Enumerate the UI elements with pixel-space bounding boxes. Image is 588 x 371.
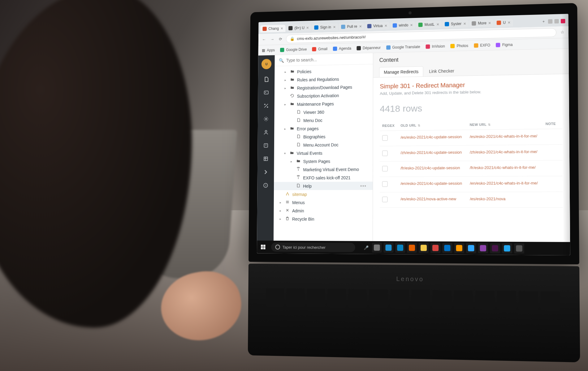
tree-node[interactable]: Menu Doc <box>274 115 373 125</box>
bookmark-item[interactable]: Agenda <box>333 46 351 51</box>
rail-media-icon[interactable] <box>263 89 269 96</box>
rail-expand-icon[interactable] <box>263 169 269 175</box>
taskbar-app-chrome[interactable] <box>419 243 429 253</box>
browser-tab[interactable]: Virtua✕ <box>365 22 390 30</box>
table-row[interactable]: /zh/esko-2021/c4c-update-session/zh/esko… <box>380 144 562 161</box>
caret-icon[interactable]: ▸ <box>284 127 288 130</box>
search-input[interactable] <box>286 56 369 63</box>
mic-icon[interactable]: 🎤 <box>364 245 369 250</box>
col-old-url[interactable]: OLD URL⇅ <box>398 120 467 130</box>
tree-node[interactable]: Viewer 360 <box>274 107 373 117</box>
tree-node[interactable]: ▸System Pages <box>274 157 373 166</box>
taskbar-app-slack[interactable] <box>490 243 500 254</box>
row-checkbox[interactable] <box>382 166 388 172</box>
bookmark-item[interactable]: Photos <box>451 43 469 48</box>
table-row[interactable]: /es/esko-2021/nova-active-new/es/esko-20… <box>380 192 563 207</box>
bookmark-item[interactable]: Google Translate <box>386 45 420 49</box>
taskbar-app-ie[interactable] <box>384 243 394 253</box>
tab-close-icon[interactable]: ✕ <box>488 21 491 25</box>
tab-close-icon[interactable]: ✕ <box>436 22 439 26</box>
table-row[interactable]: /es/esko-2021/c4c-update-session/es/esko… <box>380 129 562 146</box>
new-url-link[interactable]: /en/esko-2021/c4c-whats-in-it-for-me/ <box>470 181 538 186</box>
taskbar-app-firefox[interactable] <box>407 243 417 253</box>
caret-icon[interactable]: ▸ <box>280 209 283 212</box>
caret-icon[interactable]: ▸ <box>280 201 283 204</box>
new-url-link[interactable]: /zh/esko-2021/c4c-whats-in-it-for-me/ <box>470 149 538 155</box>
taskbar-search[interactable]: Taper ici pour rechercher <box>271 242 355 252</box>
row-checkbox[interactable] <box>382 151 388 156</box>
rail-members-icon[interactable] <box>263 143 269 149</box>
table-row[interactable]: /en/esko-2021/c4c-update-session/en/esko… <box>380 176 563 192</box>
rail-help-icon[interactable]: ? <box>263 182 269 189</box>
row-checkbox[interactable] <box>382 135 388 141</box>
bookmark-item[interactable]: Figma <box>496 42 512 47</box>
browser-tab[interactable]: Syster✕ <box>442 20 469 28</box>
new-tab-button[interactable]: + <box>540 19 547 24</box>
browser-tab[interactable]: MustL✕ <box>416 21 442 29</box>
tree-node[interactable]: ▸Admin <box>274 207 373 215</box>
tree-node[interactable]: Help••• <box>274 181 373 190</box>
caret-icon[interactable]: ▸ <box>284 87 288 90</box>
rail-forms-icon[interactable] <box>263 156 269 162</box>
tree-node[interactable]: Marketing Virtual Event Demo <box>274 165 373 174</box>
taskbar-app-mail[interactable] <box>442 243 452 253</box>
nav-reload-icon[interactable]: ⟳ <box>278 37 283 41</box>
bookmark-apps[interactable]: ▦Apps <box>262 48 275 53</box>
tree-node[interactable]: ▸Menus <box>274 198 373 207</box>
col-note[interactable]: NOTE <box>543 119 562 129</box>
taskbar-app-edge[interactable] <box>395 243 405 253</box>
browser-tab[interactable]: windo✕ <box>390 21 415 29</box>
browser-tab[interactable]: More✕ <box>469 19 494 27</box>
nav-forward-icon[interactable]: → <box>270 37 275 41</box>
row-checkbox[interactable] <box>382 197 388 202</box>
browser-tab[interactable]: Pull re✕ <box>339 23 364 31</box>
old-url-link[interactable]: /fr/esko-2021/c4c-update-session <box>400 165 460 170</box>
taskbar-app-illustrator[interactable] <box>454 243 464 253</box>
browser-tab[interactable]: Chang✕ <box>260 25 286 32</box>
tree-node[interactable]: sitemap <box>274 190 373 198</box>
app-logo[interactable]: U <box>262 59 271 69</box>
taskbar-app-photoshop[interactable] <box>466 243 476 253</box>
caret-icon[interactable]: ▸ <box>284 103 288 106</box>
new-url-link[interactable]: /es/esko-2021/c4c-whats-in-it-for-me/ <box>470 134 538 139</box>
table-row[interactable]: /fr/esko-2021/c4c-update-session/fr/esko… <box>380 160 563 177</box>
nav-back-icon[interactable]: ← <box>261 37 266 42</box>
tab-close-icon[interactable]: ✕ <box>359 24 362 28</box>
tab-close-icon[interactable]: ✕ <box>333 25 336 29</box>
node-actions-icon[interactable]: ••• <box>360 183 370 188</box>
old-url-link[interactable]: /es/esko-2021/nova-active-new <box>400 197 456 201</box>
row-checkbox[interactable] <box>382 181 388 187</box>
tree-node[interactable]: ▸Recycle Bin <box>274 215 373 223</box>
col-new-url[interactable]: NEW URL⇅ <box>467 119 543 130</box>
taskbar-app-app-a[interactable] <box>478 243 488 254</box>
bookmark-item[interactable]: EXFO <box>474 43 490 48</box>
caret-icon[interactable]: ▸ <box>285 78 288 82</box>
old-url-link[interactable]: /es/esko-2021/c4c-update-session <box>400 134 462 140</box>
rail-content-icon[interactable] <box>263 76 269 83</box>
tree-node[interactable]: Biographies <box>274 132 373 141</box>
rail-users-icon[interactable] <box>263 129 269 135</box>
window-minimize[interactable] <box>548 19 552 23</box>
taskbar-app-opera[interactable] <box>430 243 440 253</box>
taskbar-app-task-view[interactable] <box>372 243 382 253</box>
rail-settings-icon[interactable] <box>263 103 269 109</box>
caret-icon[interactable]: ▸ <box>285 70 288 74</box>
tab-close-icon[interactable]: ✕ <box>306 26 309 30</box>
bookmark-item[interactable]: Google Drive <box>280 47 307 52</box>
new-url-link[interactable]: /fr/esko-2021/c4c-whats-in-it-for-me/ <box>470 165 536 170</box>
tab-close-icon[interactable]: ✕ <box>508 20 510 24</box>
tab-close-icon[interactable]: ✕ <box>384 24 387 28</box>
tab-close-icon[interactable]: ✕ <box>281 26 283 30</box>
new-url-link[interactable]: /es/esko-2021/nova <box>470 196 505 201</box>
bookmark-item[interactable]: Dépanneur <box>357 45 381 50</box>
taskbar-app-vscode[interactable] <box>502 243 512 254</box>
browser-tab[interactable]: (9+) U✕ <box>286 24 311 32</box>
tree-node[interactable]: Menu Account Doc <box>274 140 373 149</box>
start-button[interactable] <box>257 244 269 250</box>
rail-gear-icon[interactable] <box>263 116 269 122</box>
col-regex[interactable]: REGEX <box>380 121 398 131</box>
bookmark-item[interactable]: InVision <box>426 44 445 49</box>
bookmark-item[interactable]: Gmail <box>312 47 328 51</box>
caret-icon[interactable]: ▸ <box>291 160 294 163</box>
content-tab[interactable]: Link Checker <box>424 66 459 76</box>
